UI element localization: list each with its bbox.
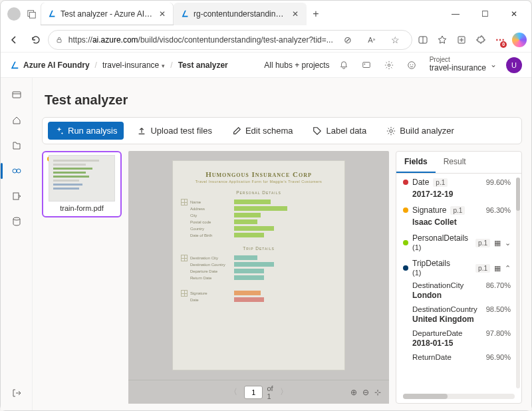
svg-marker-2	[49, 11, 55, 17]
upload-test-files-button[interactable]: Upload test files	[130, 122, 219, 140]
extensions-icon[interactable]	[472, 31, 489, 49]
zoom-in-icon[interactable]: ⊕	[350, 388, 357, 397]
field-row: TripDetails(1) p.1 ▦ ⌃ DestinationCity86…	[403, 259, 519, 361]
address-bar: https://ai.azure.com/build/visdoc/conten…	[1, 27, 531, 53]
rail-build-icon[interactable]	[6, 135, 27, 156]
page-first-button[interactable]: 〈	[227, 385, 240, 399]
browser-tab[interactable]: Test analyzer - Azure AI Foundry ✕	[41, 3, 174, 25]
edit-schema-button[interactable]: Edit schema	[225, 122, 300, 140]
rail-home-icon[interactable]	[6, 110, 27, 131]
brand-link[interactable]: Azure AI Foundry	[10, 61, 90, 70]
preview-icon[interactable]	[358, 57, 375, 74]
svg-point-13	[388, 64, 390, 67]
scrollbar-horizontal[interactable]	[403, 394, 515, 399]
svg-point-23	[390, 129, 392, 132]
left-nav-rail	[1, 78, 33, 410]
svg-point-12	[364, 63, 365, 65]
table-view-icon[interactable]: ▦	[494, 264, 501, 273]
browser-window: Test analyzer - Azure AI Foundry ✕ rg-co…	[0, 0, 532, 411]
azure-logo-icon	[10, 61, 19, 70]
svg-point-22	[13, 217, 20, 220]
color-dot-icon	[403, 207, 408, 213]
tab-fields[interactable]: Fields	[396, 152, 436, 173]
settings-more-icon[interactable]: ⋯	[491, 31, 508, 49]
svg-rect-17	[13, 92, 21, 98]
rail-data-icon[interactable]	[6, 211, 27, 232]
page-content: Test analyzer Run analysis Upload test f…	[33, 78, 531, 410]
chevron-up-icon[interactable]: ⌃	[505, 264, 511, 273]
window-maximize-button[interactable]: ☐	[470, 3, 499, 25]
rail-signout-icon[interactable]	[6, 382, 27, 404]
run-analysis-button[interactable]: Run analysis	[48, 122, 124, 140]
split-screen-icon[interactable]	[415, 31, 432, 49]
search-in-page-icon[interactable]: ⊘	[338, 31, 357, 49]
copilot-icon[interactable]	[511, 31, 527, 49]
back-button[interactable]	[5, 29, 23, 51]
settings-gear-icon[interactable]	[380, 57, 398, 74]
build-analyzer-button[interactable]: Build analyzer	[380, 122, 461, 140]
document-page[interactable]: Humongous Insurance Corp Travel Insuranc…	[172, 160, 345, 370]
read-aloud-icon[interactable]: A»	[362, 31, 381, 49]
svg-point-19	[13, 169, 17, 173]
thumbnail-filename: train-form.pdf	[60, 204, 103, 213]
new-tab-button[interactable]: +	[307, 5, 325, 23]
field-row: Signature p.1 96.30% Isaac Collet	[403, 206, 519, 227]
doc-subtitle: Travel Insurance Application Form for Ma…	[181, 180, 336, 184]
window-close-button[interactable]: ✕	[499, 3, 529, 25]
refresh-button[interactable]	[26, 29, 45, 51]
azure-favicon-icon	[47, 9, 57, 19]
feedback-icon[interactable]	[403, 57, 420, 74]
chevron-down-icon[interactable]: ⌄	[505, 239, 511, 247]
rail-export-icon[interactable]	[6, 186, 27, 207]
table-icon	[181, 199, 188, 206]
notifications-icon[interactable]	[335, 57, 352, 74]
project-picker[interactable]: Project travel-insurance ⌄	[426, 57, 501, 72]
collections-icon[interactable]	[454, 31, 470, 49]
page-number-input[interactable]	[244, 386, 263, 399]
svg-point-20	[17, 169, 21, 173]
fields-list[interactable]: Date p.1 99.60% 2017-12-19 Signature p.1	[396, 174, 521, 392]
tab-actions-icon[interactable]	[23, 5, 41, 23]
lock-icon	[55, 36, 63, 44]
fit-icon[interactable]: ⊹	[374, 388, 381, 397]
document-pager: 〈 of1 〉 ⊕ ⊖ ⊹	[128, 380, 389, 404]
color-dot-icon	[403, 265, 408, 271]
breadcrumb-project[interactable]: travel-insurance▾	[102, 61, 165, 70]
azure-favicon-icon	[180, 9, 190, 19]
window-minimize-button[interactable]: ―	[441, 3, 470, 25]
thumbnail-list: train-form.pdf	[42, 151, 122, 404]
app-header: Azure AI Foundry / travel-insurance▾ / T…	[1, 53, 531, 78]
favorites-list-icon[interactable]	[434, 31, 451, 49]
chevron-down-icon: ⌄	[490, 60, 497, 69]
thumbnail-card[interactable]: train-form.pdf	[42, 151, 122, 217]
label-data-button[interactable]: Label data	[306, 122, 373, 140]
svg-point-16	[412, 64, 413, 65]
svg-rect-11	[362, 62, 370, 67]
all-hubs-link[interactable]: All hubs + projects	[264, 61, 329, 70]
page-title: Test analyzer	[45, 92, 522, 108]
url-field[interactable]: https://ai.azure.com/build/visdoc/conten…	[48, 30, 412, 50]
sparkle-icon	[55, 126, 64, 136]
rail-overview-icon[interactable]	[6, 84, 27, 106]
scrollbar-vertical[interactable]	[516, 178, 520, 388]
titlebar: Test analyzer - Azure AI Foundry ✕ rg-co…	[1, 1, 531, 27]
rail-content-understanding-icon[interactable]	[6, 160, 27, 182]
close-tab-icon[interactable]: ✕	[291, 8, 300, 20]
upload-icon	[137, 126, 146, 136]
svg-marker-3	[182, 11, 188, 17]
field-row: Date p.1 99.60% 2017-12-19	[403, 178, 519, 199]
browser-tab[interactable]: rg-contentunderstandinghub - M ✕	[174, 3, 307, 25]
favorite-icon[interactable]: ☆	[386, 31, 405, 49]
page-next-button[interactable]: 〉	[277, 385, 291, 399]
breadcrumb-page[interactable]: Test analyzer	[178, 61, 228, 70]
table-view-icon[interactable]: ▦	[494, 239, 501, 247]
user-avatar[interactable]: U	[506, 57, 522, 73]
profile-avatar-icon[interactable]	[7, 7, 21, 21]
chevron-down-icon: ▾	[162, 63, 165, 69]
close-tab-icon[interactable]: ✕	[158, 8, 167, 20]
gear-icon	[386, 126, 396, 136]
tab-result[interactable]: Result	[436, 152, 474, 173]
toolbar: Run analysis Upload test files Edit sche…	[42, 117, 522, 144]
zoom-out-icon[interactable]: ⊖	[362, 388, 369, 397]
url-text: https://ai.azure.com/build/visdoc/conten…	[68, 35, 333, 45]
